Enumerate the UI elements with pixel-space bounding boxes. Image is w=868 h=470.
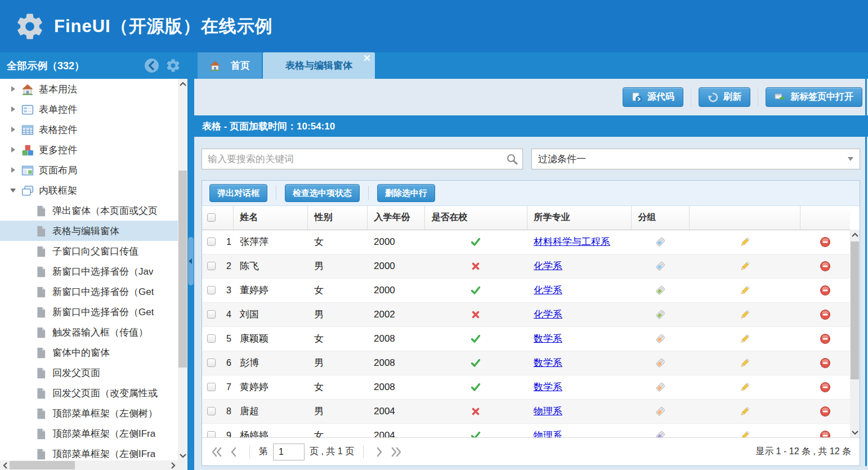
source-code-button[interactable]: 源代码 <box>623 87 683 107</box>
sidebar-item-新窗口中选择省份（Jav[interactable]: 新窗口中选择省份（Jav <box>0 261 178 281</box>
open-dialog-button[interactable]: 弹出对话框 <box>209 184 267 202</box>
prev-page-icon[interactable] <box>228 446 240 458</box>
delete-icon[interactable] <box>820 261 831 272</box>
scrollbar-thumb[interactable] <box>851 241 859 379</box>
delete-selected-button[interactable]: 删除选中行 <box>377 184 435 202</box>
open-new-tab-button[interactable]: 新标签页中打开 <box>766 87 862 107</box>
sidebar-item-内联框架[interactable]: 内联框架 <box>0 180 178 200</box>
sidebar-item-顶部菜单框架（左侧IFra[interactable]: 顶部菜单框架（左侧IFra <box>0 444 178 460</box>
sidebar-item-更多控件[interactable]: 更多控件 <box>0 140 178 160</box>
sidebar-item-label: 新窗口中选择省份（Get <box>52 306 154 319</box>
row-checkbox[interactable] <box>207 359 216 367</box>
scroll-right-icon[interactable] <box>168 460 178 470</box>
delete-icon[interactable] <box>820 357 831 369</box>
delete-icon[interactable] <box>820 309 831 320</box>
major-link[interactable]: 化学系 <box>534 261 562 271</box>
edit-pencil-icon[interactable] <box>739 261 750 272</box>
scroll-left-icon[interactable] <box>0 460 10 470</box>
refresh-button[interactable]: 刷新 <box>699 87 750 107</box>
delete-icon[interactable] <box>820 333 831 344</box>
row-checkbox[interactable] <box>207 310 216 319</box>
scrollbar-thumb[interactable] <box>178 171 187 368</box>
search-icon[interactable] <box>506 153 518 165</box>
major-link[interactable]: 物理系 <box>534 430 562 437</box>
delete-icon[interactable] <box>820 430 831 437</box>
major-link[interactable]: 数学系 <box>534 382 562 392</box>
expand-node-icon[interactable] <box>11 127 15 132</box>
app-logo-gear-icon <box>15 11 45 42</box>
sidebar-item-窗体中的窗体[interactable]: 窗体中的窗体 <box>0 342 178 362</box>
scroll-down-icon[interactable] <box>178 451 187 460</box>
tab-table-edit-window[interactable]: 表格与编辑窗体 <box>263 52 375 79</box>
row-checkbox[interactable] <box>207 334 216 343</box>
table-vertical-scrollbar[interactable] <box>850 230 860 437</box>
row-checkbox[interactable] <box>207 407 216 415</box>
delete-icon[interactable] <box>820 382 831 393</box>
search-input[interactable] <box>202 149 522 169</box>
page-number-input[interactable] <box>273 444 305 460</box>
major-link[interactable]: 物理系 <box>534 406 562 417</box>
major-link[interactable]: 化学系 <box>534 285 562 296</box>
sidebar-item-基本用法[interactable]: 基本用法 <box>0 79 178 99</box>
major-link[interactable]: 化学系 <box>534 309 562 320</box>
last-page-icon[interactable] <box>390 446 402 458</box>
expand-node-icon[interactable] <box>11 167 15 173</box>
scrollbar-thumb[interactable] <box>10 461 75 469</box>
sidebar-item-新窗口中选择省份（Get[interactable]: 新窗口中选择省份（Get <box>0 302 178 322</box>
year-cell: 2000 <box>367 230 424 254</box>
row-checkbox[interactable] <box>207 262 216 270</box>
tab-home[interactable]: 首页 <box>198 52 262 79</box>
edit-pencil-icon[interactable] <box>739 285 750 296</box>
row-number-cell: 4 <box>220 302 233 326</box>
sidebar-item-顶部菜单框架（左侧IFra[interactable]: 顶部菜单框架（左侧IFra <box>0 423 178 444</box>
sidebar-horizontal-scrollbar[interactable] <box>0 460 178 470</box>
sidebar-item-回发父页面[interactable]: 回发父页面 <box>0 362 178 383</box>
sidebar-vertical-scrollbar[interactable] <box>178 79 187 460</box>
sidebar-item-弹出窗体（本页面或父页[interactable]: 弹出窗体（本页面或父页 <box>0 200 178 221</box>
sidebar-item-顶部菜单框架（左侧树）[interactable]: 顶部菜单框架（左侧树） <box>0 403 178 423</box>
row-checkbox[interactable] <box>207 383 216 391</box>
row-checkbox[interactable] <box>207 286 216 294</box>
select-all-checkbox[interactable] <box>207 213 216 222</box>
edit-pencil-icon[interactable] <box>739 382 750 393</box>
sidebar-item-label: 回发父页面（改变属性或 <box>52 387 158 400</box>
next-page-icon[interactable] <box>373 446 385 458</box>
close-tab-icon[interactable] <box>363 54 371 62</box>
scroll-up-icon[interactable] <box>850 230 860 239</box>
sidebar-item-页面布局[interactable]: 页面布局 <box>0 160 178 180</box>
major-link[interactable]: 数学系 <box>534 357 562 368</box>
delete-icon[interactable] <box>820 285 831 296</box>
sidebar-item-子窗口向父窗口传值[interactable]: 子窗口向父窗口传值 <box>0 241 178 261</box>
row-checkbox[interactable] <box>207 431 216 437</box>
sidebar-item-触发器输入框（传值）[interactable]: 触发器输入框（传值） <box>0 322 178 342</box>
edit-pencil-icon[interactable] <box>739 236 750 248</box>
edit-pencil-icon[interactable] <box>739 309 750 320</box>
edit-pencil-icon[interactable] <box>739 357 750 369</box>
scroll-up-icon[interactable] <box>178 79 187 88</box>
edit-pencil-icon[interactable] <box>739 333 750 344</box>
expand-node-icon[interactable] <box>11 147 15 153</box>
scroll-down-icon[interactable] <box>850 428 860 437</box>
edit-pencil-icon[interactable] <box>739 406 750 417</box>
sidebar-item-表格与编辑窗体[interactable]: 表格与编辑窗体 <box>0 221 178 241</box>
sidebar-item-表单控件[interactable]: 表单控件 <box>0 99 178 119</box>
edit-pencil-icon[interactable] <box>739 430 750 437</box>
row-checkbox[interactable] <box>207 238 216 246</box>
sidebar-item-表格控件[interactable]: 表格控件 <box>0 119 178 140</box>
major-link[interactable]: 数学系 <box>534 333 562 344</box>
settings-gear-icon[interactable] <box>165 58 181 73</box>
pager-page-suffix: 页 , 共 1 页 <box>310 446 354 458</box>
expand-node-icon[interactable] <box>11 106 15 112</box>
sidebar-collapse-strip[interactable] <box>187 52 194 470</box>
delete-icon[interactable] <box>820 406 831 417</box>
first-page-icon[interactable] <box>211 446 223 458</box>
collapse-node-icon[interactable] <box>10 189 16 193</box>
delete-icon[interactable] <box>820 236 831 248</box>
sidebar-item-新窗口中选择省份（Get[interactable]: 新窗口中选择省份（Get <box>0 281 178 302</box>
collapse-left-icon[interactable] <box>144 58 159 73</box>
filter-dropdown[interactable]: 过滤条件一 <box>531 149 860 169</box>
sidebar-item-回发父页面（改变属性或[interactable]: 回发父页面（改变属性或 <box>0 383 178 403</box>
major-link[interactable]: 材料科学与工程系 <box>534 236 610 247</box>
check-selected-button[interactable]: 检查选中项状态 <box>285 184 360 202</box>
expand-node-icon[interactable] <box>11 86 15 92</box>
